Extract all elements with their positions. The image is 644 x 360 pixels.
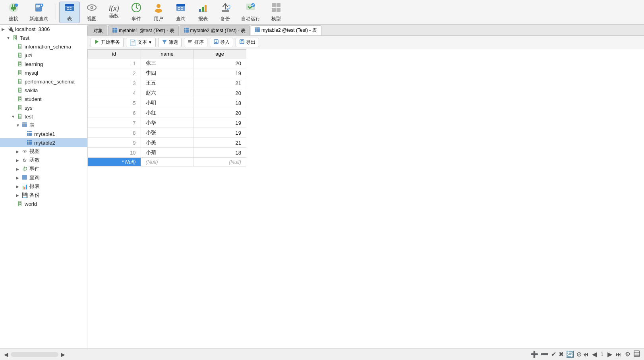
cell-id[interactable]: 1 [88,58,141,68]
sidebar-item-mysql[interactable]: ▶ 🗄 mysql [0,68,87,77]
tab-mytable2-1[interactable]: mytable2 @test (Test) - 表 [180,25,250,35]
cell-id[interactable]: 3 [88,78,141,88]
cell-age[interactable]: 20 [193,88,246,98]
cell-age[interactable]: 19 [193,118,246,128]
cell-name[interactable]: 王五 [141,78,193,88]
toolbar-table[interactable]: 表 [59,2,80,23]
sidebar-item-test[interactable]: ▼ 🗄 test [0,112,87,121]
sidebar-item-backup-group[interactable]: ▶ 💾 备份 [0,191,87,199]
cell-age[interactable]: 18 [193,98,246,108]
col-header-name[interactable]: name [141,50,193,58]
sidebar-item-mytable1[interactable]: ▶ mytable1 [0,130,87,138]
cell-age[interactable]: 18 [193,148,246,158]
sidebar-item-information-schema[interactable]: ▶ 🗄 information_schema [0,42,87,51]
tab-objects[interactable]: 对象 [87,25,107,35]
remove-row-btn[interactable]: ➖ [541,350,549,358]
prev-page-btn[interactable]: ◀ [591,350,598,358]
table-row[interactable]: 2 李四 19 [88,68,246,78]
scroll-left-btn[interactable]: ◀ [3,351,9,358]
cell-age[interactable]: 20 [193,108,246,118]
data-table-wrapper[interactable]: id name age 1 张三 20 2 李四 19 3 王五 21 4 赵六… [87,49,644,348]
sidebar-item-sakila[interactable]: ▶ 🗄 sakila [0,86,87,95]
sidebar-item-juzi[interactable]: ▶ 🗄 juzi [0,51,87,60]
scroll-track[interactable] [11,352,58,357]
toolbar-autorun[interactable]: 自动运行 [237,2,264,23]
col-header-age[interactable]: age [193,50,246,58]
cell-age[interactable]: 19 [193,68,246,78]
sidebar-item-learning[interactable]: ▶ 🗄 learning [0,60,87,68]
sidebar-item-queries-group[interactable]: ▶ 查询 [0,173,87,182]
toolbar-query[interactable]: 查询 [170,2,191,23]
cell-name[interactable]: 赵六 [141,88,193,98]
sidebar-item-reports-group[interactable]: ▶ 📊 报表 [0,182,87,191]
cell-id[interactable]: 5 [88,98,141,108]
table-row[interactable]: 5 小明 18 [88,98,246,108]
table-row[interactable]: 10 小菊 18 [88,148,246,158]
toolbar-connect[interactable]: + 连接 [3,2,24,23]
toolbar-backup[interactable]: 备份 [215,2,236,23]
cell-id[interactable]: 2 [88,68,141,78]
next-page-btn[interactable]: ▶ [607,350,613,358]
cell-id[interactable]: 9 [88,138,141,148]
last-page-btn[interactable]: ⏭ [615,351,623,358]
cell-id[interactable]: 7 [88,118,141,128]
sidebar-item-funcs-group[interactable]: ▶ fx 函数 [0,156,87,165]
cell-null-age[interactable]: (Null) [193,158,246,166]
table-row[interactable]: 1 张三 20 [88,58,246,68]
tab-mytable1[interactable]: mytable1 @test (Test) - 表 [108,25,179,35]
table-row[interactable]: 9 小美 21 [88,138,246,148]
scroll-right-btn[interactable]: ▶ [60,351,66,358]
cell-age[interactable]: 19 [193,128,246,138]
filter-btn[interactable]: 筛选 [158,38,182,47]
cell-age[interactable]: 20 [193,58,246,68]
cell-name[interactable]: 小张 [141,128,193,138]
cell-name[interactable]: 小红 [141,108,193,118]
first-page-btn[interactable]: ⏮ [582,351,590,358]
cell-name[interactable]: 小华 [141,118,193,128]
cell-null-id[interactable]: * Null) [88,158,141,166]
toolbar-report[interactable]: 报表 [193,2,213,23]
toolbar-event[interactable]: 事件 [126,2,147,23]
cancel-btn[interactable]: ✖ [559,350,564,358]
table-row[interactable]: 4 赵六 20 [88,88,246,98]
toolbar-newquery[interactable]: + 新建查询 [25,2,52,23]
cell-name[interactable]: 小明 [141,98,193,108]
sidebar-item-student[interactable]: ▶ 🗄 student [0,95,87,103]
cell-name[interactable]: 李四 [141,68,193,78]
sidebar-item-events-group[interactable]: ▶ ⏱ 事件 [0,165,87,173]
cell-name[interactable]: 小美 [141,138,193,148]
sidebar-item-localhost[interactable]: ▶ 🔌 localhost_3306 [0,25,87,33]
sidebar-item-mytable2[interactable]: ▶ mytable2 [0,138,87,147]
cell-id[interactable]: 4 [88,88,141,98]
cell-age[interactable]: 21 [193,138,246,148]
table-null-row[interactable]: * Null) (Null) (Null) [88,158,246,166]
refresh-btn[interactable]: 🔄 [566,350,574,358]
sort-btn[interactable]: 排序 [184,38,207,47]
table-row[interactable]: 8 小张 19 [88,128,246,138]
text-btn[interactable]: 📄 文本 ▼ [126,38,156,47]
table-row[interactable]: 6 小红 20 [88,108,246,118]
table-row[interactable]: 3 王五 21 [88,78,246,88]
toolbar-model[interactable]: 模型 [266,2,286,23]
cell-name[interactable]: 张三 [141,58,193,68]
cell-id[interactable]: 10 [88,148,141,158]
cell-age[interactable]: 21 [193,78,246,88]
toolbar-function[interactable]: f(x) 函数 [104,2,124,23]
cell-name[interactable]: 小菊 [141,148,193,158]
cell-id[interactable]: 6 [88,108,141,118]
import-btn[interactable]: 导入 [210,38,233,47]
sidebar-item-sys[interactable]: ▶ 🗄 sys [0,103,87,112]
cell-id[interactable]: 8 [88,128,141,138]
toolbar-user[interactable]: 用户 [148,2,169,23]
cell-null-name[interactable]: (Null) [141,158,193,166]
settings-btn[interactable]: ⚙ [624,350,631,358]
table-row[interactable]: 7 小华 19 [88,118,246,128]
confirm-btn[interactable]: ✔ [551,350,556,358]
sidebar-item-world[interactable]: ▶ 🗄 world [0,199,87,208]
tab-mytable2-2[interactable]: mytable2 @test (Test) - 表 [251,25,321,35]
stop-btn[interactable]: ⊘ [576,350,582,358]
begin-transaction-btn[interactable]: 开始事务 [91,38,124,47]
add-row-btn[interactable]: ➕ [530,350,538,358]
sidebar-item-test-db[interactable]: ▼ 🗄 Test [0,33,87,42]
sidebar-item-tables-group[interactable]: ▼ 表 [0,121,87,130]
